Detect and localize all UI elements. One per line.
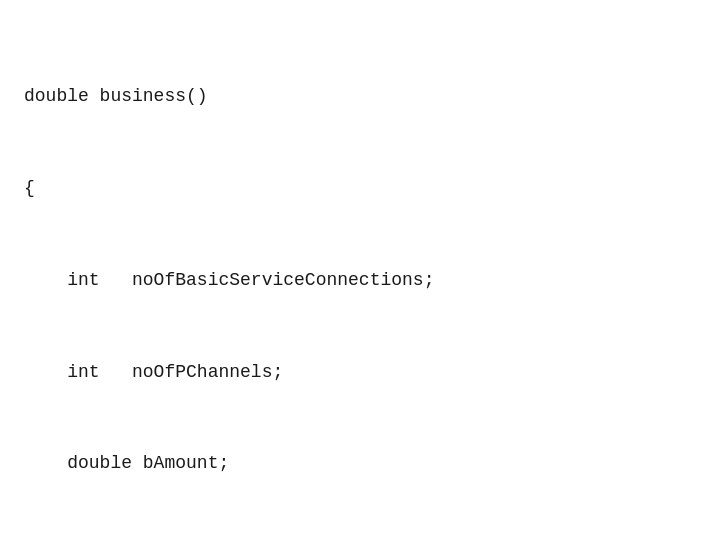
code-line-5: double bAmount; <box>24 448 696 479</box>
code-line-2: { <box>24 173 696 204</box>
code-line-4: int noOfPChannels; <box>24 357 696 388</box>
code-line-1: double business() <box>24 81 696 112</box>
code-editor: double business() { int noOfBasicService… <box>24 20 696 540</box>
code-line-3: int noOfBasicServiceConnections; <box>24 265 696 296</box>
